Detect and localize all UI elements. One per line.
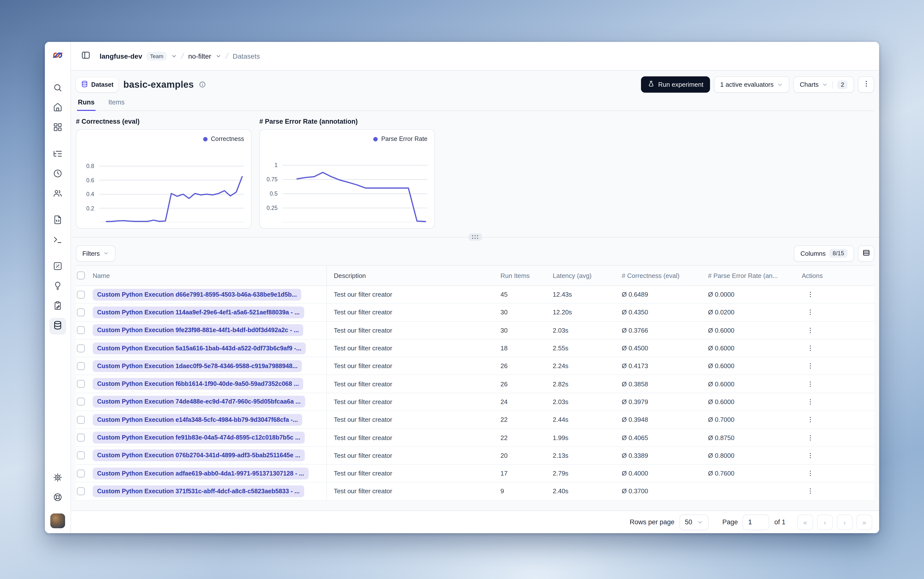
run-items-value: 20 [500,452,553,459]
sidebar-item-evaluators[interactable] [49,259,66,275]
row-checkbox[interactable] [77,487,85,495]
run-experiment-button[interactable]: Run experiment [641,76,710,93]
row-height-button[interactable] [858,245,874,262]
row-checkbox[interactable] [77,451,85,460]
filters-button[interactable]: Filters [76,245,116,262]
drag-handle[interactable] [469,233,482,241]
page-number-input[interactable] [743,514,769,530]
sidebar-item-search[interactable] [49,80,66,97]
charts-dropdown[interactable]: Charts 2 [793,76,854,93]
sidebar-item-logo[interactable] [45,42,70,70]
run-name-link[interactable]: Custom Python Execution f6bb1614-1f90-40… [93,378,303,390]
row-checkbox[interactable] [77,309,85,316]
breadcrumb-project[interactable]: no-filter [188,52,211,60]
row-checkbox[interactable] [77,380,85,388]
breadcrumb-section[interactable]: Datasets [233,52,260,60]
sidebar-item-prompts[interactable] [49,213,66,229]
tab-runs[interactable]: Runs [77,98,96,110]
charts-section: Correctness 0.20.40.60.8 Parse Error Rat… [76,129,874,229]
chevron-down-icon[interactable] [216,53,222,59]
sidebar-item-annotation[interactable] [49,298,66,315]
run-name-link[interactable]: Custom Python Execution 371f531c-abff-4d… [93,486,304,497]
row-actions-button[interactable] [804,324,816,337]
lightbulb-icon [53,281,62,293]
dataset-badge-label: Dataset [91,81,113,88]
row-checkbox[interactable] [77,433,85,442]
user-avatar[interactable] [50,514,65,528]
row-actions-button[interactable] [804,396,816,408]
row-actions-button[interactable] [804,467,816,480]
active-evaluators-dropdown[interactable]: 1 active evaluators [714,76,790,93]
sidebar-item-support[interactable] [49,490,66,507]
table-row: Custom Python Execution fe91b83e-04a5-47… [76,429,874,447]
run-name-link[interactable]: Custom Python Execution fe91b83e-04a5-47… [93,432,305,443]
sidebar-item-sessions[interactable] [49,166,66,183]
row-actions-button[interactable] [804,449,816,462]
sidebar-item-playground[interactable] [49,232,66,249]
run-description: Test our filter creator [327,416,500,423]
column-header-latency[interactable]: Latency (avg) [553,272,622,279]
run-name-link[interactable]: Custom Python Execution 076b2704-341d-48… [93,450,305,461]
row-checkbox[interactable] [77,291,85,298]
sidebar-item-users[interactable] [49,186,66,203]
column-header-description[interactable]: Description [327,272,500,279]
correctness-value: Ø 0.3948 [622,416,708,423]
table-row: Custom Python Execution d66e7991-8595-45… [76,286,874,304]
next-page-button[interactable]: › [837,514,852,530]
last-page-button[interactable]: » [857,514,872,530]
row-checkbox[interactable] [77,398,85,406]
sidebar-item-dashboards[interactable] [49,120,66,136]
select-all-checkbox[interactable] [77,272,85,280]
row-actions-button[interactable] [804,306,816,319]
correctness-value: Ø 0.4500 [622,344,708,352]
run-name-link[interactable]: Custom Python Execution 5a15a616-1bab-44… [93,342,306,354]
chart-card-parse-error: Parse Error Rate 0.250.50.751 [259,129,435,229]
row-actions-button[interactable] [804,431,816,444]
row-actions-button[interactable] [804,342,816,355]
rows-per-page-select[interactable]: 50 [680,514,709,530]
sidebar-item-tracing[interactable] [49,146,66,163]
column-header-correctness[interactable]: # Correctness (eval) [622,272,708,279]
run-name-link[interactable]: Custom Python Execution adfae619-abb0-4d… [93,468,308,479]
breadcrumb-org[interactable]: langfuse-dev [100,52,142,60]
prev-page-button[interactable]: ‹ [817,514,833,530]
run-name-link[interactable]: Custom Python Execution 9fe23f98-881e-44… [93,324,303,336]
chart-title-correctness: # Correctness (eval) [76,118,251,125]
latency-value: 12.20s [553,309,622,316]
row-actions-button[interactable] [804,413,816,426]
row-checkbox[interactable] [77,344,85,352]
row-checkbox[interactable] [77,326,85,334]
sidebar-item-home[interactable] [49,100,66,117]
row-checkbox[interactable] [77,415,85,424]
run-items-value: 17 [500,469,553,477]
tab-items[interactable]: Items [108,98,126,110]
first-page-button[interactable]: « [797,514,813,530]
run-name-link[interactable]: Custom Python Execution 114aa9ef-29e6-4e… [93,306,304,318]
percent-square-icon [53,261,62,273]
row-checkbox[interactable] [77,469,85,477]
flask-icon [647,80,655,89]
sidebar-item-datasets[interactable] [49,318,66,335]
run-name-link[interactable]: Custom Python Execution 1daec0f9-5e78-43… [93,360,302,372]
row-checkbox[interactable] [77,362,85,370]
columns-button[interactable]: Columns 8/15 [794,245,854,262]
correctness-value: Ø 0.4350 [622,309,708,316]
info-icon[interactable] [199,81,206,88]
run-name-link[interactable]: Custom Python Execution d66e7991-8595-45… [93,288,301,300]
row-actions-button[interactable] [804,360,816,373]
run-name-link[interactable]: Custom Python Execution 74de488e-ec9d-47… [93,396,305,408]
chevron-down-icon[interactable] [171,53,177,59]
row-actions-button[interactable] [804,378,816,390]
sidebar-toggle-button[interactable] [79,49,93,63]
chart-y-axis: 0.250.50.751 [266,149,280,222]
column-header-parse-error[interactable]: # Parse Error Rate (an... [708,272,802,279]
row-actions-button[interactable] [804,288,816,301]
more-actions-button[interactable] [858,76,874,93]
sidebar-item-insights[interactable] [49,278,66,295]
column-header-name[interactable]: Name [93,266,327,285]
column-header-run-items[interactable]: Run Items [500,272,553,279]
run-name-link[interactable]: Custom Python Execution e14fa348-5cfc-49… [93,414,302,425]
row-actions-button[interactable] [804,485,816,498]
latency-value: 2.82s [553,380,622,388]
sidebar-item-settings[interactable] [49,470,66,487]
